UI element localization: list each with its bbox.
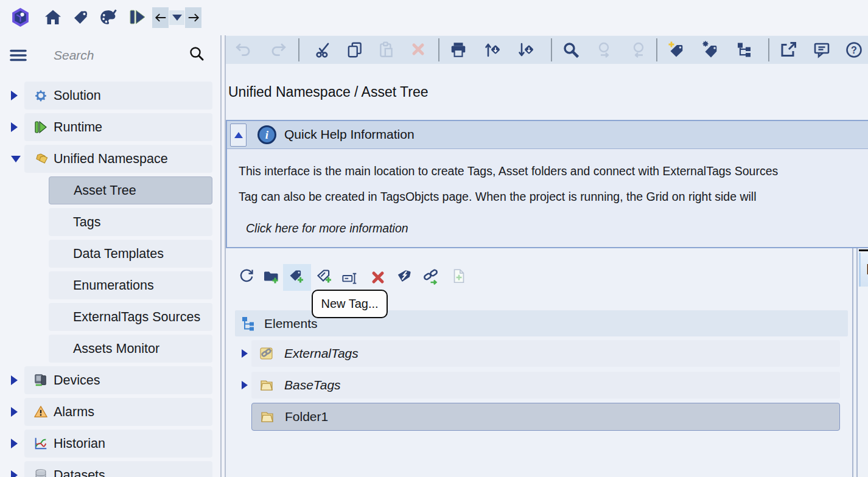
sidebar-item-label: Unified Namespace <box>54 151 168 167</box>
top-app-bar <box>0 0 868 35</box>
sidebar-item-tags[interactable]: Tags <box>49 208 212 236</box>
paste-button[interactable] <box>377 41 396 59</box>
home-icon[interactable] <box>44 8 62 29</box>
tooltip-new-tag: New Tag... <box>312 290 388 318</box>
relink-button[interactable] <box>422 268 441 286</box>
collapse-button[interactable] <box>230 124 247 147</box>
sidebar-item-runtime[interactable]: Runtime <box>24 113 212 141</box>
sidebar-item-externaltags-sources[interactable]: ExternalTags Sources <box>49 303 212 331</box>
forward-arrow-icon <box>187 11 200 24</box>
triangle-up-icon <box>234 132 243 138</box>
refresh-button[interactable] <box>238 268 256 286</box>
help-button[interactable]: ? <box>845 41 863 59</box>
tag-settings-button[interactable] <box>701 41 719 59</box>
sidebar-item-label: Alarms <box>54 405 94 420</box>
back-button[interactable] <box>152 7 169 28</box>
sort-ascending-button[interactable] <box>484 41 502 59</box>
new-tag-button[interactable] <box>667 41 685 59</box>
forward-button[interactable] <box>185 7 201 28</box>
sidebar: Solution Runtime Unified Namespace <box>0 35 220 477</box>
find-previous-button[interactable] <box>629 41 648 59</box>
sidebar-splitter[interactable] <box>220 35 226 477</box>
expander-icon[interactable] <box>11 407 18 417</box>
sidebar-item-historian[interactable]: Historian <box>24 430 212 458</box>
tree-row-label: Folder1 <box>285 409 328 424</box>
search-button[interactable] <box>562 41 580 59</box>
runtime-icon[interactable] <box>128 8 146 29</box>
grid-column-header[interactable]: N <box>859 252 868 287</box>
delete-tree-item-button[interactable] <box>370 270 388 288</box>
palette-icon[interactable] <box>97 7 117 30</box>
sidebar-item-unified-namespace[interactable]: Unified Namespace <box>24 145 212 173</box>
tree-root-label: Elements <box>264 316 318 331</box>
search-icon[interactable] <box>189 46 205 61</box>
expander-icon[interactable] <box>242 381 248 389</box>
expander-icon[interactable] <box>11 439 18 448</box>
tree-row-label: ExternalTags <box>284 346 359 361</box>
toolbar-separator <box>551 38 552 61</box>
search-input[interactable] <box>54 44 175 67</box>
new-document-button[interactable] <box>450 268 469 286</box>
sidebar-item-label: Tags <box>73 215 100 230</box>
tags-icon <box>33 151 48 166</box>
sidebar-item-devices[interactable]: Devices <box>24 366 212 394</box>
gear-icon <box>33 88 48 103</box>
folder-link-icon <box>259 346 275 361</box>
sidebar-item-label: Asset Tree <box>74 183 136 198</box>
rename-button[interactable] <box>341 271 360 290</box>
menu-icon[interactable] <box>9 46 27 64</box>
sidebar-item-label: Runtime <box>54 120 102 135</box>
app-logo-icon[interactable] <box>10 7 31 30</box>
find-next-button[interactable] <box>596 41 614 59</box>
cut-button[interactable] <box>314 41 332 59</box>
sidebar-item-label: Solution <box>54 88 101 103</box>
sidebar-item-label: Historian <box>54 436 105 451</box>
quick-help-more-link[interactable]: Click here for more information <box>246 221 408 235</box>
sidebar-item-datasets[interactable]: Datasets <box>24 461 212 477</box>
comment-button[interactable] <box>813 41 831 59</box>
redo-button[interactable] <box>269 41 287 59</box>
expander-icon[interactable] <box>11 156 21 162</box>
sidebar-item-enumerations[interactable]: Enumerations <box>49 271 212 299</box>
right-grid-panel: N <box>859 249 868 477</box>
hierarchy-icon <box>241 316 257 332</box>
quick-help-title: Quick Help Information <box>284 127 415 142</box>
sidebar-item-asset-tree[interactable]: Asset Tree <box>49 176 212 204</box>
open-external-button[interactable] <box>779 41 797 59</box>
toolbar-separator <box>298 38 299 61</box>
copy-button[interactable] <box>346 41 364 59</box>
expander-icon[interactable] <box>11 375 18 385</box>
new-tag-button-tree[interactable] <box>288 268 306 286</box>
expander-icon[interactable] <box>242 349 248 358</box>
expander-icon[interactable] <box>11 91 18 100</box>
new-folder-button[interactable] <box>262 268 281 286</box>
tree-view-button[interactable] <box>735 41 754 59</box>
sidebar-item-assets-monitor[interactable]: Assets Monitor <box>49 335 212 363</box>
tree-row-folder1[interactable]: Folder1 <box>251 403 840 431</box>
tree-row-label: BaseTags <box>284 378 341 392</box>
history-dropdown-button[interactable] <box>169 10 184 25</box>
database-icon <box>33 468 48 477</box>
tree-row-externaltags[interactable]: ExternalTags <box>251 340 840 367</box>
grid-splitter[interactable] <box>852 248 858 477</box>
undo-button[interactable] <box>234 41 253 59</box>
expander-icon[interactable] <box>11 470 18 477</box>
import-tags-button[interactable] <box>396 268 414 286</box>
sidebar-item-alarms[interactable]: Alarms <box>24 398 212 426</box>
sidebar-item-solution[interactable]: Solution <box>24 82 212 110</box>
expander-icon[interactable] <box>11 122 18 132</box>
sidebar-item-label: Devices <box>54 373 100 388</box>
back-arrow-icon <box>154 11 167 24</box>
tree-row-basetags[interactable]: BaseTags <box>251 372 840 399</box>
new-external-tag-button[interactable] <box>316 268 334 286</box>
main-toolbar: ? <box>226 36 868 64</box>
delete-button[interactable] <box>410 41 428 59</box>
sidebar-item-label: Datasets <box>54 468 105 477</box>
sidebar-item-data-templates[interactable]: Data Templates <box>49 240 212 268</box>
tag-icon[interactable] <box>72 9 89 29</box>
print-button[interactable] <box>449 41 467 59</box>
sort-descending-button[interactable] <box>517 41 536 59</box>
main-content: ? Unified Namespace / Asset Tree i Quick… <box>226 35 868 477</box>
toolbar-separator <box>656 38 657 61</box>
play-icon <box>33 120 48 134</box>
